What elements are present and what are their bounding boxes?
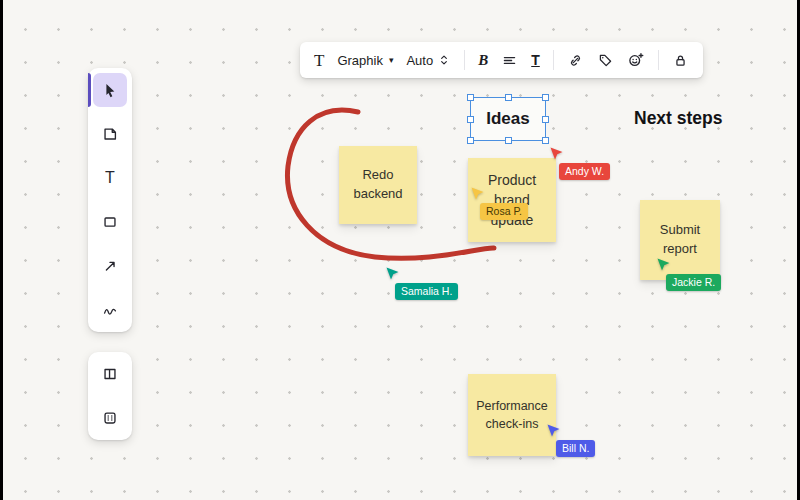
tool-pen[interactable] (93, 293, 127, 327)
user-cursor: Jackie R. (656, 257, 721, 291)
toolbar-divider (464, 50, 465, 70)
pointer-icon (385, 266, 400, 281)
cursor-label: Rosa P. (480, 203, 528, 220)
selection-handle[interactable] (542, 94, 549, 101)
selection-handle[interactable] (467, 94, 474, 101)
tool-text[interactable]: T (93, 161, 127, 195)
cursor-label: Jackie R. (666, 274, 721, 291)
pen-icon (101, 301, 119, 319)
text-element-next-steps[interactable]: Next steps (634, 108, 723, 129)
pointer-icon (470, 186, 485, 201)
tool-panel: T (88, 68, 132, 332)
text-icon: T (105, 169, 115, 187)
align-button[interactable] (501, 52, 518, 69)
tag-button[interactable] (597, 52, 614, 69)
chevron-down-icon: ▾ (389, 56, 394, 65)
text-element-ideas[interactable]: Ideas (470, 97, 546, 141)
tool-frames[interactable] (93, 357, 127, 391)
cursor-label: Samalia H. (395, 283, 458, 300)
apps-grid-icon (101, 409, 119, 427)
cursor-label: Andy W. (559, 163, 610, 180)
pointer-icon (546, 423, 561, 438)
user-cursor: Rosa P. (470, 186, 528, 220)
cursor-icon (101, 81, 119, 99)
font-size-value: Auto (406, 54, 433, 67)
selection-handle[interactable] (542, 137, 549, 144)
cursor-label: Bill N. (556, 440, 595, 457)
toolbar-divider (553, 50, 554, 70)
pointer-icon (656, 257, 671, 272)
sticky-note[interactable]: Redo backend (339, 146, 417, 224)
user-cursor: Andy W. (549, 146, 610, 180)
link-icon (567, 52, 584, 69)
stepper-icon (437, 52, 451, 68)
text-element-label: Ideas (486, 109, 529, 129)
sticky-note-text: Submit report (647, 221, 713, 259)
reaction-button[interactable] (627, 51, 645, 69)
layout-icon (101, 365, 119, 383)
font-family-select[interactable]: Graphik ▾ (337, 54, 393, 67)
selection-handle[interactable] (467, 116, 474, 123)
bold-icon: B (478, 53, 488, 68)
tag-icon (597, 52, 614, 69)
selection-handle[interactable] (467, 137, 474, 144)
tool-apps[interactable] (93, 401, 127, 435)
sticky-note-text: Redo backend (346, 166, 410, 204)
sticky-note-text: Performance check-ins (475, 397, 549, 433)
font-family-value: Graphik (337, 54, 383, 67)
tool-select[interactable] (93, 73, 127, 107)
lock-button[interactable] (672, 52, 689, 69)
bold-button[interactable]: B (478, 53, 488, 68)
tool-shape[interactable] (93, 205, 127, 239)
sticky-note-icon (101, 125, 119, 143)
link-button[interactable] (567, 52, 584, 69)
letterbox-bar (0, 0, 3, 500)
sticky-note[interactable]: Performance check-ins (468, 374, 556, 456)
arrow-icon (101, 257, 119, 275)
selection-handle[interactable] (505, 94, 512, 101)
user-cursor: Samalia H. (385, 266, 458, 300)
underline-button[interactable]: T (531, 53, 540, 67)
user-cursor: Bill N. (546, 423, 595, 457)
selection-handle[interactable] (505, 137, 512, 144)
toolbar-divider (658, 50, 659, 70)
text-tool-button[interactable]: T (314, 52, 324, 69)
tool-panel-extra (88, 352, 132, 440)
tool-arrow[interactable] (93, 249, 127, 283)
format-toolbar: T Graphik ▾ Auto B T (300, 42, 703, 78)
font-size-select[interactable]: Auto (406, 52, 451, 68)
selection-handle[interactable] (542, 116, 549, 123)
add-reaction-icon (627, 51, 645, 69)
shape-icon (101, 213, 119, 231)
align-left-icon (501, 52, 518, 69)
text-icon: T (314, 52, 324, 69)
underline-icon: T (531, 53, 540, 67)
lock-icon (672, 52, 689, 69)
active-tool-indicator (88, 73, 91, 107)
tool-sticky-note[interactable] (93, 117, 127, 151)
pointer-icon (549, 146, 564, 161)
